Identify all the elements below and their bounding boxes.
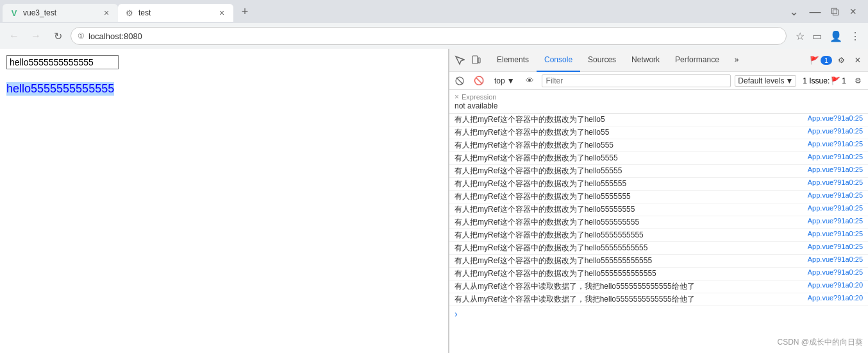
main-area: hello5555555555555 Elements Console Sour… (0, 49, 868, 353)
url-text: localhost:8080 (88, 31, 142, 41)
log-source[interactable]: App.vue?91a0:25 (808, 191, 863, 199)
devtools-close-icon[interactable]: × (850, 53, 865, 68)
devtools-panel: Elements Console Sources Network Perform… (449, 49, 868, 353)
console-prompt[interactable]: › (449, 306, 868, 322)
svg-rect-0 (472, 56, 478, 64)
address-right: ☆ ▭ 👤 ⋮ (793, 28, 863, 45)
clear-console-icon[interactable] (452, 73, 467, 89)
forward-button[interactable]: → (27, 27, 45, 45)
log-message: 有人把myRef这个容器中的数据改为了hello5555555 (455, 191, 803, 202)
url-bar[interactable]: ① localhost:8080 (71, 27, 787, 45)
log-message: 有人从myRef这个容器中读取数据了，我把hello5555555555555给… (455, 281, 803, 292)
tab-close-2[interactable]: × (217, 8, 227, 18)
watermark: CSDN @成长中的向日葵 (777, 337, 863, 348)
expression-close[interactable]: × (455, 92, 459, 101)
tab-performance[interactable]: Performance (667, 49, 727, 72)
log-source[interactable]: App.vue?91a0:25 (808, 243, 863, 250)
tab-favicon-1: V (9, 8, 19, 18)
log-message: 有人把myRef这个容器中的数据改为了hello55555555555 (455, 243, 803, 254)
log-message: 有人把myRef这个容器中的数据改为了hello5555 (455, 153, 803, 164)
svg-line-3 (456, 78, 463, 84)
log-source[interactable]: App.vue?91a0:25 (808, 153, 863, 160)
console-log-row: 有人把myRef这个容器中的数据改为了hello55 App.vue?91a0:… (449, 126, 868, 139)
console-log-row: 有人把myRef这个容器中的数据改为了hello5555555555 App.v… (449, 229, 868, 242)
log-message: 有人把myRef这个容器中的数据改为了hello5555555555 (455, 230, 803, 241)
address-bar: ← → ↻ ① localhost:8080 ☆ ▭ 👤 ⋮ (0, 23, 868, 49)
bookmark-icon[interactable]: ☆ (793, 28, 807, 45)
log-source[interactable]: App.vue?91a0:25 (808, 204, 863, 212)
tab-search-icon[interactable]: ⌄ (785, 3, 803, 20)
log-source[interactable]: App.vue?91a0:25 (808, 114, 863, 122)
tab-sources[interactable]: Sources (580, 49, 624, 72)
issue-flag-icon: 🚩 (810, 56, 819, 65)
default-levels-selector[interactable]: Default levels ▼ (735, 75, 796, 87)
highlighted-text: hello5555555555555 (6, 82, 114, 96)
console-log-row: 有人把myRef这个容器中的数据改为了hello555 App.vue?91a0… (449, 139, 868, 152)
log-source[interactable]: App.vue?91a0:25 (808, 268, 863, 276)
tab-split-icon[interactable]: ▭ (810, 28, 824, 45)
log-message: 有人把myRef这个容器中的数据改为了hello5555555555555 (455, 268, 803, 279)
close-window-icon[interactable]: × (846, 4, 860, 20)
log-message: 有人把myRef这个容器中的数据改为了hello55 (455, 127, 803, 138)
devtools-right-icons: 🚩 1 ⚙ × (810, 53, 865, 68)
log-source[interactable]: App.vue?91a0:20 (808, 294, 863, 302)
settings-icon[interactable]: ⋮ (847, 28, 863, 45)
tab-close-1[interactable]: × (101, 8, 112, 18)
tab-vue3-test[interactable]: V vue3_test × (3, 4, 118, 22)
refresh-button[interactable]: ↻ (49, 27, 67, 45)
issue-flag: 🚩 (831, 76, 840, 85)
console-log-row: 有人把myRef这个容器中的数据改为了hello555555 App.vue?9… (449, 178, 868, 191)
top-selector[interactable]: top ▼ (490, 75, 519, 87)
tab-network[interactable]: Network (624, 49, 667, 72)
console-log-row: 有人把myRef这个容器中的数据改为了hello5555555555555 Ap… (449, 268, 868, 280)
log-message: 有人把myRef这个容器中的数据改为了hello555555555 (455, 217, 803, 228)
devtools-inspect-icon[interactable] (452, 53, 467, 68)
tab-right-controls: ⌄ — ⧉ × (785, 3, 865, 20)
minimize-icon[interactable]: — (805, 4, 824, 20)
log-source[interactable]: App.vue?91a0:25 (808, 178, 863, 186)
tab-console[interactable]: Console (537, 49, 580, 72)
devtools-settings-icon[interactable]: ⚙ (833, 53, 849, 68)
console-log-row: 有人把myRef这个容器中的数据改为了hello5555 App.vue?91a… (449, 152, 868, 165)
log-source[interactable]: App.vue?91a0:25 (808, 217, 863, 225)
tab-elements[interactable]: Elements (489, 49, 537, 72)
svg-rect-1 (478, 58, 480, 63)
log-source[interactable]: App.vue?91a0:25 (808, 166, 863, 173)
log-source[interactable]: App.vue?91a0:20 (808, 281, 863, 289)
top-dropdown-arrow: ▼ (507, 76, 515, 85)
back-button[interactable]: ← (5, 27, 23, 45)
tab-test[interactable]: ⚙ test × (118, 4, 233, 22)
log-rows-container: 有人把myRef这个容器中的数据改为了hello5 App.vue?91a0:2… (449, 114, 868, 306)
console-log-row: 有人从myRef这个容器中读取数据了，我把hello5555555555555给… (449, 293, 868, 306)
new-tab-button[interactable]: + (236, 3, 254, 21)
restore-icon[interactable]: ⧉ (827, 4, 843, 20)
console-settings-icon[interactable]: ⚙ (850, 73, 865, 89)
no-entry-icon[interactable]: 🚫 (471, 73, 487, 89)
tab-title-2: test (138, 8, 213, 17)
log-message: 有人从myRef这个容器中读取数据了，我把hello5555555555555给… (455, 294, 803, 305)
eye-icon[interactable]: 👁 (522, 73, 538, 89)
log-message: 有人把myRef这个容器中的数据改为了hello55555 (455, 166, 803, 176)
tab-more[interactable]: » (727, 49, 747, 72)
console-log-row: 有人把myRef这个容器中的数据改为了hello555555555 App.vu… (449, 216, 868, 229)
console-log-row: 有人从myRef这个容器中读取数据了，我把hello5555555555555给… (449, 280, 868, 293)
tab-favicon-2: ⚙ (124, 8, 135, 18)
console-log-row: 有人把myRef这个容器中的数据改为了hello55555 App.vue?91… (449, 165, 868, 178)
lock-icon: ① (78, 31, 85, 40)
log-source[interactable]: App.vue?91a0:25 (808, 127, 863, 135)
log-source[interactable]: App.vue?91a0:25 (808, 230, 863, 237)
console-log-row: 有人把myRef这个容器中的数据改为了hello55555555555 App.… (449, 242, 868, 255)
devtools-device-icon[interactable] (469, 53, 484, 68)
log-message: 有人把myRef这个容器中的数据改为了hello555555555555 (455, 255, 803, 266)
devtools-issue-count: 🚩 1 (810, 56, 832, 65)
filter-input[interactable] (542, 74, 731, 87)
log-source[interactable]: App.vue?91a0:25 (808, 140, 863, 148)
console-log-row: 有人把myRef这个容器中的数据改为了hello555555555555 App… (449, 255, 868, 268)
log-message: 有人把myRef这个容器中的数据改为了hello555 (455, 140, 803, 151)
console-log-row: 有人把myRef这个容器中的数据改为了hello5 App.vue?91a0:2… (449, 114, 868, 126)
expression-section: × Expression not available (449, 90, 868, 114)
log-source[interactable]: App.vue?91a0:25 (808, 255, 863, 263)
issue-count-indicator: 1 Issue: 🚩 1 (803, 76, 846, 85)
account-icon[interactable]: 👤 (827, 28, 845, 45)
text-input[interactable] (6, 55, 119, 69)
